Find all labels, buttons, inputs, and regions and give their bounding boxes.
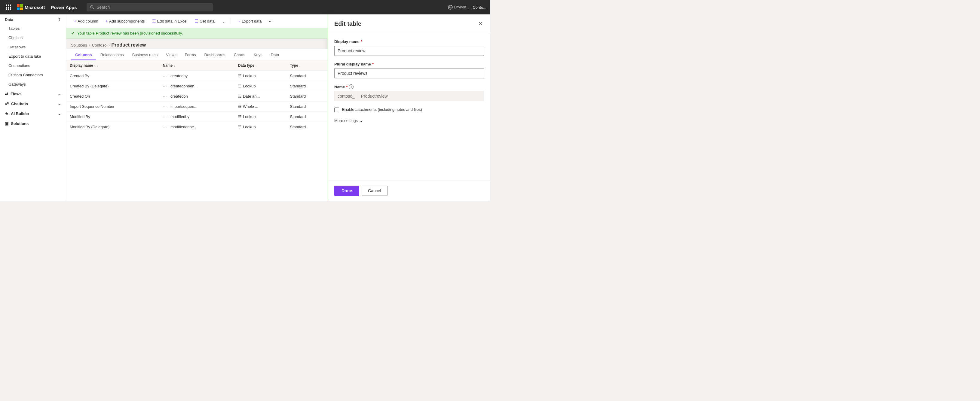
sort-up-icon: ↑ — [94, 64, 95, 67]
sidebar-item-ai-builder[interactable]: ★ AI Builder ⌄ — [0, 109, 66, 119]
get-data-button[interactable]: ☰ Get data — [191, 17, 218, 25]
cell-display-name: Created On — [66, 91, 159, 101]
cell-type: Standard — [286, 81, 328, 91]
plural-name-input[interactable] — [334, 68, 484, 78]
cell-type: Standard — [286, 71, 328, 81]
gateways-label: Gateways — [8, 82, 26, 87]
search-box[interactable] — [87, 3, 213, 11]
export-label: Export to data lake — [8, 54, 41, 59]
waffle-menu[interactable] — [3, 2, 13, 12]
row-menu-dots[interactable]: ··· — [163, 104, 167, 109]
th-display-name[interactable]: Display name ↑ ↓ — [66, 60, 159, 71]
sidebar-item-export[interactable]: Export to data lake — [0, 52, 66, 61]
tab-views[interactable]: Views — [162, 50, 180, 60]
th-data-type[interactable]: Data type ↓ — [234, 60, 286, 71]
chatbots-chevron-icon: ⌄ — [58, 101, 61, 106]
row-menu-dots[interactable]: ··· — [163, 125, 167, 129]
breadcrumb-contoso[interactable]: Contoso — [92, 43, 107, 48]
sidebar-item-connections[interactable]: Connections — [0, 61, 66, 70]
row-menu-dots[interactable]: ··· — [163, 84, 167, 88]
enable-attachments-checkbox[interactable] — [334, 108, 339, 113]
sidebar-item-chatbots[interactable]: ☍ Chatbots ⌄ — [0, 99, 66, 109]
data-table: Display name ↑ ↓ Name ↓ Data type ↓ — [66, 60, 328, 132]
th-name[interactable]: Name ↓ — [159, 60, 234, 71]
search-input[interactable] — [97, 5, 209, 10]
sidebar-section-label: Data — [5, 17, 13, 22]
sidebar: Data ⇧ Tables Choices Dataflows Export t… — [0, 14, 66, 201]
panel-footer: Done Cancel — [328, 181, 490, 201]
breadcrumb-current: Product review — [111, 42, 146, 48]
add-column-button[interactable]: + Add column — [71, 17, 101, 25]
app-name: Power Apps — [51, 5, 77, 10]
name-value: Productreview — [358, 91, 484, 101]
sidebar-item-tables[interactable]: Tables — [0, 24, 66, 33]
edit-in-excel-button[interactable]: ☷ Edit data in Excel — [149, 17, 190, 25]
table-row: Modified By (Delegate) ··· modifiedonbe.… — [66, 122, 328, 132]
sidebar-item-solutions[interactable]: ▣ Solutions — [0, 119, 66, 128]
tab-business-rules[interactable]: Business rules — [128, 50, 162, 60]
svg-rect-4 — [8, 6, 9, 8]
microsoft-logo: Microsoft — [17, 4, 45, 10]
info-icon[interactable]: i — [349, 84, 353, 89]
environment-badge: Environ... — [448, 5, 469, 10]
th-type[interactable]: Type ↓ — [286, 60, 328, 71]
svg-point-9 — [91, 5, 93, 8]
row-menu-dots[interactable]: ··· — [163, 114, 167, 119]
tab-data[interactable]: Data — [267, 50, 283, 60]
tab-columns[interactable]: Columns — [71, 50, 96, 60]
name-sort-icon: ↓ — [174, 64, 175, 67]
cancel-button[interactable]: Cancel — [362, 185, 388, 196]
tab-relationships[interactable]: Relationships — [96, 50, 128, 60]
row-menu-dots[interactable]: ··· — [163, 74, 167, 78]
panel-close-button[interactable]: ✕ — [477, 19, 484, 28]
sidebar-item-choices[interactable]: Choices — [0, 33, 66, 42]
plural-name-group: Plural display name * — [334, 62, 484, 78]
sidebar-item-flows[interactable]: ⇄ Flows ⌄ — [0, 89, 66, 99]
dropdown-arrow-button[interactable]: ⌄ — [219, 17, 228, 25]
sidebar-item-dataflows[interactable]: Dataflows — [0, 42, 66, 52]
table-area: Display name ↑ ↓ Name ↓ Data type ↓ — [66, 60, 328, 201]
row-menu-dots[interactable]: ··· — [163, 94, 167, 98]
cell-type: Standard — [286, 112, 328, 122]
more-settings-toggle[interactable]: More settings ⌄ — [334, 118, 484, 123]
done-button[interactable]: Done — [334, 185, 359, 196]
tables-label: Tables — [8, 26, 20, 31]
sidebar-section-data[interactable]: Data ⇧ — [0, 14, 66, 24]
cell-data-type: ☷ Date an... — [234, 91, 286, 101]
add-subcomponents-button[interactable]: + Add subcomponents — [102, 17, 148, 25]
panel-header: Edit table ✕ — [328, 14, 490, 33]
name-group: Name * i contoso_ Productreview — [334, 84, 484, 101]
tab-dashboards[interactable]: Dashboards — [200, 50, 230, 60]
add-column-icon: + — [74, 19, 76, 24]
sidebar-item-gateways[interactable]: Gateways — [0, 79, 66, 89]
choices-label: Choices — [8, 35, 22, 40]
tab-keys[interactable]: Keys — [250, 50, 267, 60]
sidebar-item-custom-connectors[interactable]: Custom Connectors — [0, 70, 66, 79]
success-banner: ✓ Your table Product review has been pro… — [66, 28, 328, 39]
more-options-button[interactable]: ⋯ — [266, 17, 276, 25]
more-settings-label: More settings — [334, 118, 358, 123]
panel-title: Edit table — [334, 21, 361, 27]
nav-right: Environ... Conto... — [448, 5, 487, 10]
edit-in-excel-label: Edit data in Excel — [157, 19, 187, 24]
data-type-icon: ☷ — [238, 74, 242, 78]
tab-charts[interactable]: Charts — [230, 50, 250, 60]
more-settings-chevron-icon: ⌄ — [360, 118, 363, 123]
solutions-icon: ▣ — [5, 121, 8, 126]
excel-icon: ☷ — [152, 19, 156, 24]
display-name-input[interactable] — [334, 46, 484, 56]
breadcrumb-solutions[interactable]: Solutions — [71, 43, 87, 48]
ai-builder-icon: ★ — [5, 111, 8, 116]
required-star-name: * — [346, 85, 347, 89]
cell-data-type: ☷ Whole ... — [234, 101, 286, 112]
tab-forms[interactable]: Forms — [181, 50, 200, 60]
svg-rect-6 — [6, 8, 7, 10]
svg-rect-5 — [10, 6, 11, 8]
success-icon: ✓ — [71, 30, 75, 36]
cell-menu-dots: ··· modifiedby — [159, 112, 234, 122]
export-data-button[interactable]: → Export data — [233, 17, 265, 25]
cell-menu-dots: ··· modifiedonbe... — [159, 122, 234, 132]
chatbots-label: Chatbots — [11, 101, 28, 106]
search-icon — [90, 5, 94, 9]
svg-rect-2 — [10, 5, 11, 6]
